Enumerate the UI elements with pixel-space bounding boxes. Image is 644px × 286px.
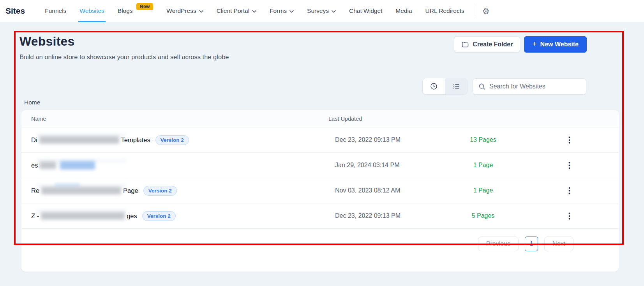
list-view-button[interactable] [445, 78, 467, 94]
table-row[interactable]: Z - ges Version 2 Dec 23, 2022 09:13 PM … [21, 203, 619, 229]
new-badge: New [136, 3, 154, 10]
table-row[interactable]: Di Templates Version 2 Dec 23, 2022 09:1… [21, 127, 619, 153]
website-name[interactable]: Z - ges Version 2 [21, 211, 314, 221]
recent-view-button[interactable] [423, 78, 445, 94]
version-badge: Version 2 [142, 211, 176, 221]
pages-count[interactable]: 1 Page [446, 187, 520, 194]
tab-chat-widget[interactable]: Chat Widget [342, 0, 389, 22]
top-navigation: Sites Funnels Websites Blogs New WordPre… [0, 0, 644, 22]
last-updated: Nov 03, 2023 08:12 AM [314, 187, 446, 194]
current-page-button[interactable]: 1 [525, 237, 538, 251]
kebab-menu-icon[interactable] [520, 136, 619, 144]
pages-count[interactable]: 5 Pages [446, 212, 520, 219]
view-toggle-group [422, 78, 468, 95]
column-header-name: Name [21, 116, 314, 122]
table-row[interactable]: es Jan 29, 2024 03:14 PM 1 Page [21, 153, 619, 178]
page-subtitle: Build an online store to showcase your p… [19, 53, 229, 61]
version-badge: Version 2 [143, 186, 177, 196]
tab-funnels[interactable]: Funnels [38, 0, 73, 22]
table-row[interactable]: Re Page Version 2 Nov 03, 2023 08:12 AM … [21, 178, 619, 203]
website-name[interactable]: es [21, 161, 314, 169]
folder-plus-icon [461, 41, 469, 48]
next-page-button[interactable]: Next [544, 237, 573, 251]
kebab-menu-icon[interactable] [520, 212, 619, 220]
tab-forms[interactable]: Forms [263, 0, 300, 22]
create-folder-button[interactable]: Create Folder [454, 36, 520, 53]
clock-icon [430, 82, 438, 90]
redaction-blur [40, 161, 56, 169]
redaction-blur [60, 161, 95, 169]
tab-websites[interactable]: Websites [73, 0, 111, 22]
tab-url-redirects[interactable]: URL Redirects [419, 0, 471, 22]
new-website-button[interactable]: + New Website [524, 36, 587, 53]
search-icon [478, 83, 485, 90]
sites-page: Sites Funnels Websites Blogs New WordPre… [0, 0, 644, 286]
list-toolbar [422, 78, 586, 95]
list-icon [452, 82, 461, 90]
breadcrumb[interactable]: Home [24, 99, 40, 106]
column-header-last-updated: Last Updated [314, 116, 446, 122]
tab-blogs[interactable]: Blogs New [111, 0, 160, 22]
nav-divider [475, 6, 475, 16]
gear-icon[interactable]: ⚙ [481, 5, 491, 17]
last-updated: Dec 23, 2022 09:13 PM [314, 136, 446, 143]
chevron-down-icon [199, 10, 203, 13]
chevron-down-icon [332, 10, 336, 13]
search-input[interactable] [489, 83, 580, 90]
websites-table-card: Name Last Updated Di Templates Version 2… [21, 110, 619, 272]
pages-count[interactable]: 13 Pages [446, 136, 520, 143]
redaction-blur [39, 136, 119, 144]
page-title: Websites [19, 34, 229, 49]
chevron-down-icon [289, 10, 294, 13]
last-updated: Dec 23, 2022 09:13 PM [314, 212, 446, 219]
tab-surveys[interactable]: Surveys [300, 0, 342, 22]
last-updated: Jan 29, 2024 03:14 PM [314, 162, 446, 169]
tab-client-portal[interactable]: Client Portal [210, 0, 263, 22]
redaction-blur [41, 187, 121, 194]
version-badge: Version 2 [155, 135, 189, 145]
table-header-row: Name Last Updated [21, 110, 619, 127]
kebab-menu-icon[interactable] [520, 162, 619, 169]
pages-count[interactable]: 1 Page [446, 162, 520, 169]
previous-page-button[interactable]: Previous [478, 237, 519, 251]
kebab-menu-icon[interactable] [520, 187, 619, 194]
website-name[interactable]: Di Templates Version 2 [21, 135, 314, 145]
nav-tabs: Funnels Websites Blogs New WordPress Cli… [38, 0, 471, 22]
redaction-blur [41, 212, 125, 220]
website-name[interactable]: Re Page Version 2 [21, 186, 314, 196]
plus-icon: + [532, 40, 536, 48]
search-box [473, 78, 586, 95]
page-header: Websites Build an online store to showca… [19, 34, 229, 61]
chevron-down-icon [252, 10, 256, 13]
app-title: Sites [5, 6, 25, 16]
tab-media[interactable]: Media [389, 0, 418, 22]
tab-wordpress[interactable]: WordPress [160, 0, 210, 22]
header-actions: Create Folder + New Website [454, 36, 587, 53]
pagination: Previous 1 Next [478, 237, 573, 251]
